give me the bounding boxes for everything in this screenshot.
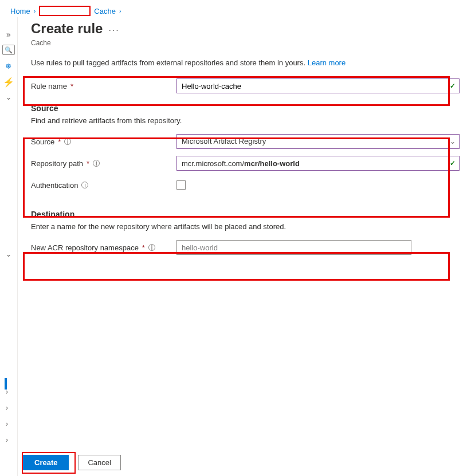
create-button[interactable]: Create [23, 455, 69, 470]
check-icon: ✓ [450, 82, 456, 90]
source-label: Source [31, 137, 54, 146]
source-select-value: Microsoft Artifact Registry [177, 135, 459, 148]
sidebar-collapsed-items: › › › › [6, 388, 8, 444]
cancel-button[interactable]: Cancel [78, 455, 120, 470]
chevron-right-icon[interactable]: › [6, 420, 8, 428]
source-section-title: Source [31, 104, 460, 113]
info-icon[interactable]: i [64, 138, 71, 145]
page-description: Use rules to pull tagged artifacts from … [31, 58, 460, 67]
expand-rail-icon[interactable]: » [6, 30, 11, 39]
chevron-right-icon[interactable]: › [6, 436, 8, 444]
chevron-right-icon: › [34, 7, 36, 14]
namespace-input-wrap [176, 240, 411, 255]
left-rail: » 🔍 ⎈ ⚡ ⌄ ⌄ [0, 23, 17, 476]
repo-path-value: mcr.microsoft.com/mcr/hello-world [177, 159, 300, 168]
breadcrumb-cache[interactable]: Cache [94, 7, 116, 15]
main-panel: Create rule ··· Cache Use rules to pull … [31, 17, 460, 476]
required-icon: * [58, 137, 61, 146]
row-source: Source * i Microsoft Artifact Registry ⌄ [31, 131, 460, 152]
row-namespace: New ACR repository namespace * i [31, 237, 460, 258]
search-icon[interactable]: 🔍 [2, 45, 15, 55]
info-icon[interactable]: i [148, 244, 155, 251]
authentication-checkbox[interactable] [176, 180, 186, 190]
chevron-down-icon: ⌄ [450, 137, 456, 145]
more-icon[interactable]: ··· [108, 25, 119, 36]
repo-path-input-wrap[interactable]: mcr.microsoft.com/mcr/hello-world ✓ [176, 156, 460, 171]
chevron-down-icon[interactable]: ⌄ [6, 93, 11, 101]
page-subtitle: Cache [31, 39, 460, 47]
destination-section-sub: Enter a name for the new repository wher… [31, 222, 460, 231]
check-icon: ✓ [450, 159, 456, 167]
source-section-sub: Find and retrieve artifacts from this re… [31, 116, 460, 125]
info-icon[interactable]: i [93, 160, 100, 167]
redacted-breadcrumb-item [39, 6, 91, 16]
namespace-label: New ACR repository namespace [31, 243, 139, 252]
chevron-right-icon[interactable]: › [6, 404, 8, 412]
learn-more-link[interactable]: Learn more [308, 58, 346, 67]
chevron-right-icon[interactable]: › [6, 388, 8, 396]
service-icon[interactable]: ⎈ [6, 61, 11, 71]
breadcrumb: Home › Cache › [0, 0, 471, 19]
chevron-right-icon: › [119, 7, 121, 14]
row-authentication: Authentication i [31, 174, 460, 196]
rule-name-input-wrap: ✓ [176, 78, 460, 93]
required-icon: * [87, 159, 89, 168]
destination-section-title: Destination [31, 210, 460, 219]
rule-name-label: Rule name [31, 82, 67, 91]
source-select[interactable]: Microsoft Artifact Registry ⌄ [176, 134, 460, 149]
footer: Create Cancel [23, 455, 121, 470]
breadcrumb-home[interactable]: Home [10, 7, 30, 15]
repo-path-label: Repository path [31, 159, 83, 168]
page-title: Create rule [31, 21, 103, 37]
row-rule-name: Rule name * ✓ [31, 75, 460, 97]
authentication-label: Authentication [31, 181, 78, 190]
chevron-down-icon[interactable]: ⌄ [6, 250, 11, 258]
namespace-input[interactable] [177, 243, 411, 252]
divider [17, 17, 18, 476]
required-icon: * [70, 82, 73, 91]
row-repo-path: Repository path * i mcr.microsoft.com/mc… [31, 152, 460, 174]
info-icon[interactable]: i [81, 182, 88, 188]
lightning-icon[interactable]: ⚡ [3, 77, 14, 88]
required-icon: * [142, 243, 145, 252]
rule-name-input[interactable] [177, 82, 459, 91]
